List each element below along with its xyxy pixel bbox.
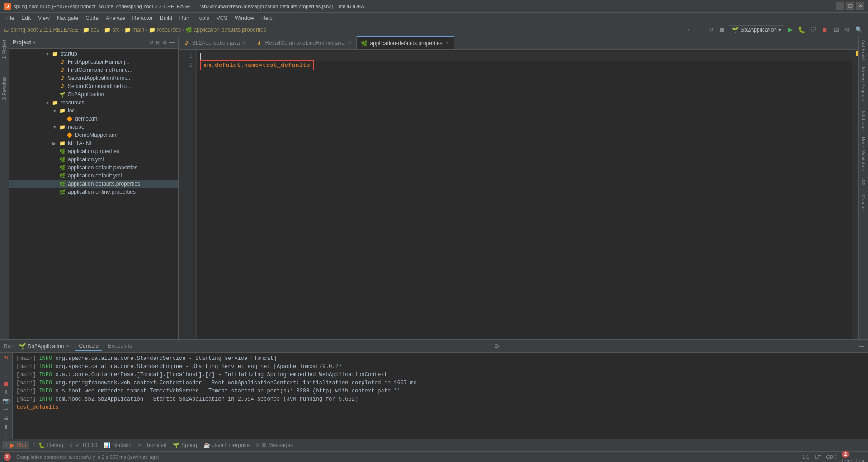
run-settings-button[interactable]: ⚙ [494, 343, 500, 350]
code-line-2[interactable]: mm.defalut.name=test_defaults [200, 61, 852, 70]
more-run-button[interactable]: ⋮ [1, 432, 11, 439]
tree-app-defaults-properties[interactable]: 🌿 application-defaults.properties [9, 180, 178, 188]
stop-process-button[interactable]: ⏹ [1, 380, 11, 387]
tree-resources-folder[interactable]: ▼ 📁 resources [9, 98, 178, 107]
tree-first-app-runner[interactable]: J FirstApplicationRunner.j... [9, 58, 178, 66]
pause-button[interactable]: ⏸ [1, 389, 11, 396]
project-close-button[interactable]: — [169, 39, 175, 46]
menu-vcs[interactable]: VCS [213, 14, 231, 22]
maximize-button[interactable]: ❐ [846, 2, 854, 10]
camera-button[interactable]: 📷 [1, 397, 11, 404]
database-panel[interactable]: Database [860, 105, 867, 133]
rerun-button[interactable]: ↻ [1, 355, 11, 361]
run-minimize-button[interactable]: — [859, 343, 864, 350]
debug-tool-item[interactable]: 5: 🐛 Debug [30, 441, 66, 449]
status-error-badge[interactable]: 2 [4, 453, 13, 461]
menu-analyze[interactable]: Analyze [102, 14, 129, 22]
tree-second-cmdline-runner[interactable]: J SecondCommandlineRu... [9, 82, 178, 90]
tree-demo-xml[interactable]: 🔶 demo.xml [9, 115, 178, 123]
project-collapse-button[interactable]: ⊟ [156, 39, 160, 46]
breadcrumb-sb2[interactable]: 📁 sb2 [83, 27, 100, 33]
nav-back-button[interactable]: ← [684, 25, 694, 34]
minimize-button[interactable]: — [836, 2, 844, 10]
scroll-down-button[interactable]: ↓ [1, 372, 11, 378]
terminal-tool-item[interactable]: >_ Terminal [135, 441, 169, 449]
gradle-panel[interactable]: Gradle [860, 191, 867, 213]
tree-startup-folder[interactable]: ▼ 📁 startup [9, 50, 178, 58]
menu-help[interactable]: Help [258, 14, 276, 22]
status-encoding[interactable]: GBK [826, 454, 836, 460]
menu-tools[interactable]: Tools [193, 14, 213, 22]
search-everywhere-button[interactable]: 🔍 [854, 25, 864, 34]
tree-app-online-properties[interactable]: 🌿 application-online.properties [9, 188, 178, 196]
tree-demo-mapper-xml[interactable]: 🔶 DemoMapper.xml [9, 131, 178, 139]
tab-close-defaults[interactable]: ✕ [445, 40, 449, 46]
debug-button[interactable]: 🐛 [796, 25, 807, 34]
run-tool-item[interactable]: 4: ▶ Run [2, 441, 29, 449]
tab-result-cmdline-runner[interactable]: J ResultCommandLineRunner.java ✕ [251, 36, 356, 49]
project-structure-button[interactable]: 🗂 [831, 25, 841, 34]
project-settings-button[interactable]: ⚙ [162, 39, 167, 46]
menu-window[interactable]: Window [231, 14, 258, 22]
breadcrumb-resources[interactable]: 📁 resources [149, 27, 181, 33]
tree-mapper-folder[interactable]: ▼ 📁 mapper [9, 123, 178, 131]
favorites-strip-label[interactable]: 2: Favorites [1, 75, 8, 102]
tree-app-default-yml[interactable]: 🌿 application-default.yml [9, 172, 178, 180]
expand-run-button[interactable]: ⬆ [1, 423, 11, 430]
breadcrumb-project[interactable]: 🗂 spring-boot-2.2.1.RELEASE [4, 27, 78, 33]
todo-tool-item[interactable]: 6: ✓ TODO [67, 441, 100, 449]
tree-ioc-folder[interactable]: ▼ 📁 ioc [9, 107, 178, 115]
settings-button[interactable]: ⚙ [843, 25, 852, 34]
breadcrumb-file[interactable]: 🌿 application-defaults.properties [185, 27, 266, 33]
maven-projects-panel[interactable]: Maven Projects [860, 63, 867, 105]
tree-first-cmdline-runner[interactable]: J FirstCommandlineRunne... [9, 66, 178, 74]
run-title[interactable]: 🌱 Sb2Application ✕ [19, 343, 70, 350]
menu-navigate[interactable]: Navigate [53, 14, 82, 22]
messages-tool-item[interactable]: 0: ✉ Messages [253, 441, 296, 449]
menu-build[interactable]: Build [156, 14, 176, 22]
tree-application-properties[interactable]: 🌿 application.properties [9, 147, 178, 155]
jsf-panel[interactable]: JSF [860, 175, 867, 191]
tab-app-defaults-properties[interactable]: 🌿 application-defaults.properties ✕ [357, 36, 454, 49]
stop-run-button[interactable]: ⏹ [820, 25, 830, 34]
statistic-tool-item[interactable]: 📊 Statistic [101, 441, 134, 449]
menu-run[interactable]: Run [176, 14, 193, 22]
tree-sb2-application[interactable]: 🌱 Sb2Application [9, 90, 178, 98]
tree-meta-inf-folder[interactable]: ▶ 📁 META-INF [9, 139, 178, 147]
tab-sb2application[interactable]: J Sb2Application.java ✕ [179, 36, 251, 49]
ant-build-panel[interactable]: Ant Build [860, 36, 867, 63]
run-config-dropdown[interactable]: 🌱 Sb2Application ▾ [729, 25, 784, 34]
run-tab-close-icon[interactable]: ✕ [66, 343, 70, 349]
run-button[interactable]: ▶ [786, 25, 794, 34]
scroll-up-button[interactable]: ↑ [1, 363, 11, 370]
menu-view[interactable]: View [34, 14, 53, 22]
console-tab[interactable]: Console [75, 342, 102, 351]
menu-refactor[interactable]: Refactor [129, 14, 156, 22]
java-enterprise-tool-item[interactable]: ☕ Java Enterprise [201, 441, 252, 449]
tree-application-yml[interactable]: 🌿 application.yml [9, 155, 178, 163]
nav-forward-button[interactable]: → [696, 25, 705, 34]
print-button[interactable]: 🖨 [1, 415, 11, 421]
tab-close-result[interactable]: ✕ [348, 40, 352, 46]
refresh-button[interactable]: ↻ [707, 25, 716, 34]
event-log-right[interactable]: 2 Event Log [842, 451, 864, 462]
close-button[interactable]: ✕ [856, 2, 864, 10]
tree-second-app-runner[interactable]: J SecondApplicationRunn... [9, 74, 178, 82]
spring-tool-item[interactable]: 🌱 Spring [170, 441, 200, 449]
breadcrumb-src[interactable]: 📁 src [104, 27, 119, 33]
soft-wrap-button[interactable]: ↵ [1, 406, 11, 413]
endpoints-tab[interactable]: Endpoints [104, 342, 135, 351]
menu-code[interactable]: Code [82, 14, 102, 22]
stop-button[interactable]: ⏹ [717, 25, 727, 34]
code-editor[interactable]: mm.defalut.name=test_defaults [197, 50, 852, 339]
status-position[interactable]: 1:1 [802, 454, 809, 460]
status-lf[interactable]: LF [815, 454, 821, 460]
code-line-1[interactable] [200, 51, 852, 61]
tab-close-sb2[interactable]: ✕ [242, 40, 246, 46]
project-sync-button[interactable]: ⟳ [150, 39, 154, 46]
tree-app-default-properties[interactable]: 🌿 application-default.properties [9, 163, 178, 172]
bean-validation-panel[interactable]: Bean Validation [860, 133, 867, 175]
breadcrumb-main[interactable]: 📁 main [124, 27, 144, 33]
run-with-coverage-button[interactable]: 🛡 [809, 25, 818, 34]
menu-edit[interactable]: Edit [18, 14, 34, 22]
